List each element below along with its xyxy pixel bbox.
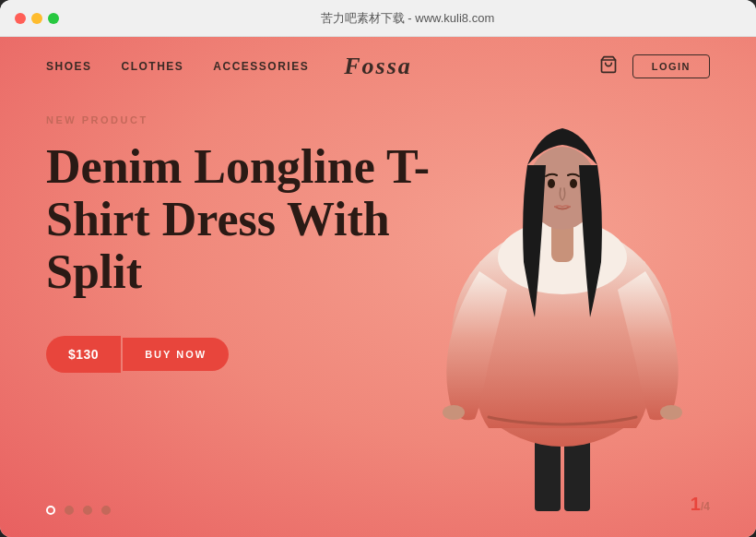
browser-window: 苦力吧素材下载 - www.kuli8.com SHOES CLOTHES AC… bbox=[0, 0, 756, 537]
hero-section: NEW PRODUCT Denim Longline T-Shirt Dress… bbox=[0, 96, 756, 537]
close-button[interactable] bbox=[15, 13, 26, 24]
nav-accessories[interactable]: ACCESSORIES bbox=[213, 60, 309, 73]
slide-counter: 1/4 bbox=[691, 494, 710, 515]
hero-buttons: $130 BUY NOW bbox=[46, 336, 710, 373]
login-button[interactable]: LOGIN bbox=[632, 54, 710, 78]
maximize-button[interactable] bbox=[48, 13, 59, 24]
browser-title: 苦力吧素材下载 - www.kuli8.com bbox=[74, 10, 741, 27]
nav-clothes[interactable]: CLOTHES bbox=[122, 60, 184, 73]
slider-dot-4[interactable] bbox=[101, 506, 111, 515]
slide-current: 1 bbox=[691, 494, 701, 514]
svg-point-9 bbox=[443, 405, 465, 420]
hero-content: NEW PRODUCT Denim Longline T-Shirt Dress… bbox=[46, 114, 710, 373]
slider-dots bbox=[46, 506, 111, 515]
buy-now-button[interactable]: BUY NOW bbox=[123, 338, 229, 371]
browser-traffic-lights bbox=[15, 13, 59, 24]
svg-point-10 bbox=[660, 405, 682, 420]
nav-shoes[interactable]: SHOES bbox=[46, 60, 92, 73]
site-wrapper: SHOES CLOTHES ACCESSORIES Fossa LOGIN N bbox=[0, 37, 756, 537]
new-product-label: NEW PRODUCT bbox=[46, 114, 710, 125]
nav-right: LOGIN bbox=[599, 54, 710, 78]
cart-icon[interactable] bbox=[599, 55, 618, 78]
minimize-button[interactable] bbox=[31, 13, 42, 24]
slider-dot-2[interactable] bbox=[65, 506, 74, 515]
browser-bar: 苦力吧素材下载 - www.kuli8.com bbox=[0, 0, 756, 37]
navbar: SHOES CLOTHES ACCESSORIES Fossa LOGIN bbox=[0, 37, 756, 96]
slider-dot-3[interactable] bbox=[83, 506, 92, 515]
slide-total: /4 bbox=[701, 500, 710, 513]
nav-links: SHOES CLOTHES ACCESSORIES bbox=[46, 60, 309, 73]
brand-logo[interactable]: Fossa bbox=[344, 53, 412, 80]
slider-dot-1[interactable] bbox=[46, 506, 55, 515]
price-button[interactable]: $130 bbox=[46, 336, 121, 373]
hero-title: Denim Longline T-Shirt Dress With Split bbox=[46, 140, 433, 299]
